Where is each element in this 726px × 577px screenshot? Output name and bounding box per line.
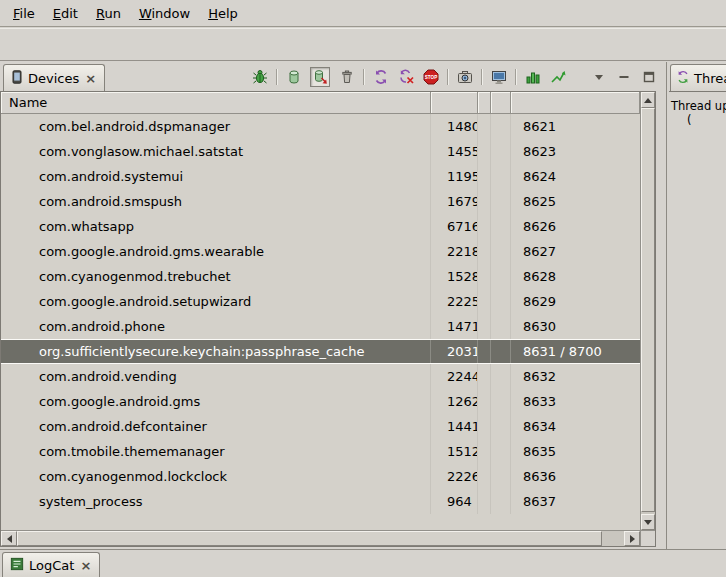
devices-toolbar: STOP <box>251 66 657 87</box>
table-row[interactable]: com.android.smspush16798625 <box>1 189 640 214</box>
empty-cell <box>491 164 511 189</box>
table-row[interactable]: org.sufficientlysecure.keychain:passphra… <box>1 339 640 364</box>
process-pid: 12623 <box>431 389 478 414</box>
empty-cell <box>478 414 491 439</box>
arrow-up-icon <box>644 98 652 103</box>
process-port: 8634 <box>511 414 640 439</box>
process-port: 8635 <box>511 439 640 464</box>
column-header-pid[interactable] <box>431 92 478 114</box>
process-pid: 14411 <box>431 414 478 439</box>
process-pid: 1471 <box>431 314 478 339</box>
process-name: com.android.phone <box>1 314 431 339</box>
process-name: com.android.defcontainer <box>1 414 431 439</box>
process-port: 8633 <box>511 389 640 414</box>
device-icon <box>11 70 23 87</box>
empty-cell <box>478 340 491 363</box>
process-pid: 22265 <box>431 464 478 489</box>
process-name: com.android.systemui <box>1 164 431 189</box>
tab-devices[interactable]: Devices × <box>3 64 105 91</box>
stop-process-icon[interactable]: STOP <box>422 68 439 85</box>
empty-cell <box>478 464 491 489</box>
logcat-icon <box>10 557 24 574</box>
horizontal-scroll-thumb[interactable] <box>17 531 602 546</box>
tab-threads[interactable]: Threads <box>670 64 726 91</box>
column-header-port[interactable] <box>511 92 640 114</box>
menu-edit[interactable]: Edit <box>44 2 87 25</box>
empty-cell <box>478 314 491 339</box>
toolbar-separator <box>515 69 516 85</box>
scroll-left-button[interactable] <box>1 531 17 546</box>
scroll-up-button[interactable] <box>641 92 655 108</box>
cause-gc-icon[interactable] <box>338 68 355 85</box>
debug-icon[interactable] <box>251 68 268 85</box>
process-name: com.cyanogenmod.lockclock <box>1 464 431 489</box>
table-row[interactable]: com.tmobile.thememanager15128635 <box>1 439 640 464</box>
chevron-down-icon[interactable] <box>590 68 607 85</box>
table-row[interactable]: com.android.vending224408632 <box>1 364 640 389</box>
threads-message-line1: Thread up <box>669 99 726 113</box>
process-name: com.google.android.gms.wearable <box>1 239 431 264</box>
table-row[interactable]: com.cyanogenmod.trebuchet15288628 <box>1 264 640 289</box>
table-row[interactable]: com.google.android.gms.wearable221858627 <box>1 239 640 264</box>
process-name: com.google.android.gms <box>1 389 431 414</box>
bar-chart-icon[interactable] <box>524 68 541 85</box>
process-port: 8637 <box>511 489 640 514</box>
empty-cell <box>478 114 491 139</box>
process-table: Name com.bel.android.dspmanager14808621c… <box>0 91 656 547</box>
process-pid: 22185 <box>431 239 478 264</box>
threads-message-line2: ( <box>669 113 726 127</box>
table-body: com.bel.android.dspmanager14808621com.vo… <box>1 114 640 530</box>
column-header-name[interactable]: Name <box>1 92 431 114</box>
table-row[interactable]: com.vonglasow.michael.satstat145538623 <box>1 139 640 164</box>
close-icon[interactable]: × <box>84 72 97 85</box>
stop-method-profiling-icon[interactable] <box>397 68 414 85</box>
menu-file[interactable]: File <box>4 2 44 25</box>
empty-cell <box>478 289 491 314</box>
column-header-spacer1[interactable] <box>478 92 491 114</box>
threads-panel: Threads Thread up ( <box>669 62 726 549</box>
process-pid: 22440 <box>431 364 478 389</box>
screen-record-icon[interactable] <box>490 68 507 85</box>
table-row[interactable]: system_process9648637 <box>1 489 640 514</box>
process-port: 8631 / 8700 <box>511 340 640 363</box>
update-threads-icon[interactable] <box>372 68 389 85</box>
empty-cell <box>478 139 491 164</box>
empty-cell <box>491 414 511 439</box>
empty-cell <box>478 439 491 464</box>
process-port: 8632 <box>511 364 640 389</box>
process-name: com.android.smspush <box>1 189 431 214</box>
table-row[interactable]: com.google.android.gms126238633 <box>1 389 640 414</box>
menu-help[interactable]: Help <box>199 2 247 25</box>
tab-logcat[interactable]: LogCat × <box>2 552 100 577</box>
vertical-scrollbar[interactable] <box>640 92 655 530</box>
arrow-left-icon <box>7 535 12 543</box>
toolbar-separator <box>447 69 448 85</box>
line-chart-icon[interactable] <box>549 68 566 85</box>
table-row[interactable]: com.android.phone14718630 <box>1 314 640 339</box>
scroll-right-button[interactable] <box>624 531 640 546</box>
menu-window[interactable]: Window <box>130 2 199 25</box>
maximize-icon[interactable] <box>640 68 657 85</box>
table-row[interactable]: com.bel.android.dspmanager14808621 <box>1 114 640 139</box>
dump-hprof-icon[interactable] <box>310 67 330 87</box>
table-row[interactable]: com.whatsapp67168626 <box>1 214 640 239</box>
process-name: org.sufficientlysecure.keychain:passphra… <box>1 340 431 363</box>
minimize-icon[interactable] <box>615 68 632 85</box>
column-header-spacer2[interactable] <box>491 92 511 114</box>
vertical-scroll-thumb[interactable] <box>641 108 655 512</box>
menu-run[interactable]: Run <box>87 2 130 25</box>
app-window: FileEditRunWindowHelp Devices × <box>0 0 726 577</box>
table-row[interactable]: com.android.defcontainer144118634 <box>1 414 640 439</box>
table-row[interactable]: com.google.android.setupwizard222508629 <box>1 289 640 314</box>
table-row[interactable]: com.cyanogenmod.lockclock222658636 <box>1 464 640 489</box>
close-icon[interactable]: × <box>79 559 92 572</box>
scroll-down-button[interactable] <box>641 514 655 530</box>
process-name: com.cyanogenmod.trebuchet <box>1 264 431 289</box>
table-row[interactable]: com.android.systemui11958624 <box>1 164 640 189</box>
empty-cell <box>478 214 491 239</box>
horizontal-scrollbar[interactable] <box>1 530 640 546</box>
empty-cell <box>491 114 511 139</box>
process-name: com.google.android.setupwizard <box>1 289 431 314</box>
screen-capture-icon[interactable] <box>456 68 473 85</box>
update-heap-icon[interactable] <box>285 68 302 85</box>
